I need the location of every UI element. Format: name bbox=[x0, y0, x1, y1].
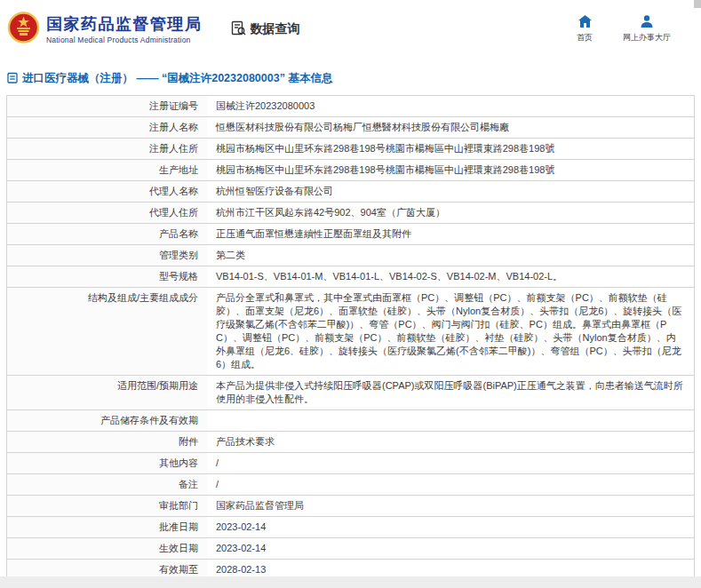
row-value: 杭州市江干区凤起东路42号902、904室（广茵大厦） bbox=[207, 203, 694, 223]
row-label: 生产地址 bbox=[7, 160, 207, 180]
row-value: 第二类 bbox=[207, 245, 694, 266]
form-icon bbox=[7, 72, 18, 86]
table-row: 附件产品技术要求 bbox=[7, 432, 694, 453]
top-header: 国家药品监督管理局 National Medical Products Admi… bbox=[0, 0, 701, 57]
row-label: 审批部门 bbox=[7, 496, 207, 516]
org-name-en: National Medical Products Administration bbox=[46, 36, 203, 44]
row-label: 适用范围/预期用途 bbox=[7, 376, 207, 409]
table-row: 备注/ bbox=[7, 474, 694, 496]
row-value: 产品技术要求 bbox=[207, 432, 694, 452]
nmpa-emblem-icon bbox=[7, 10, 40, 50]
row-value: VB14-01-S、VB14-01-M、VB14-01-L、VB14-02-S、… bbox=[207, 266, 694, 287]
data-query-icon bbox=[231, 20, 246, 38]
row-value: / bbox=[207, 453, 694, 473]
nav-service-hall[interactable]: 网上办事大厅 bbox=[623, 15, 671, 44]
brand-text: 国家药品监督管理局 National Medical Products Admi… bbox=[46, 14, 203, 44]
row-label: 其他内容 bbox=[7, 453, 207, 473]
table-row: 生效日期2023-02-14 bbox=[7, 538, 694, 560]
page-title: 进口医疗器械（注册） —— “国械注许20232080003” 基本信息 bbox=[7, 71, 694, 86]
nav-home[interactable]: 首页 bbox=[570, 15, 600, 44]
row-label: 附件 bbox=[7, 432, 207, 452]
row-value: 桃园市杨梅区中山里环东路298巷198号桃園市楊梅區中山裡環東路298巷198號 bbox=[207, 139, 694, 159]
table-row: 注册证编号国械注许20232080003 bbox=[7, 96, 694, 117]
row-label: 代理人住所 bbox=[7, 203, 207, 223]
row-label: 管理类别 bbox=[7, 245, 207, 266]
table-row: 型号规格VB14-01-S、VB14-01-M、VB14-01-L、VB14-0… bbox=[7, 266, 694, 288]
person-icon bbox=[641, 15, 653, 29]
row-label: 批准日期 bbox=[7, 517, 207, 537]
brand[interactable]: 国家药品监督管理局 National Medical Products Admi… bbox=[7, 10, 203, 50]
row-label: 型号规格 bbox=[7, 266, 207, 287]
page-title-text: 进口医疗器械（注册） —— “国械注许20232080003” 基本信息 bbox=[22, 71, 332, 86]
nav-home-label: 首页 bbox=[577, 32, 593, 44]
header-nav: 首页 网上办事大厅 bbox=[570, 15, 689, 44]
row-label: 注册人住所 bbox=[7, 139, 207, 159]
table-row: 产品储存条件及有效期 bbox=[7, 410, 694, 432]
nav-service-hall-label: 网上办事大厅 bbox=[623, 32, 671, 44]
info-table: 注册证编号国械注许20232080003注册人名称恒懋医材科技股份有限公司杨梅厂… bbox=[6, 95, 695, 588]
row-value: 恒懋医材科技股份有限公司杨梅厂恒懋醫材科技股份有限公司楊梅廠 bbox=[207, 117, 694, 138]
table-row: 注册人住所桃园市杨梅区中山里环东路298巷198号桃園市楊梅區中山裡環東路298… bbox=[7, 139, 694, 160]
row-value: / bbox=[207, 474, 694, 495]
row-value: 本产品为提供非侵入式持续阳压呼吸器(CPAP)或双阳压呼吸器(BiPAP)正压通… bbox=[207, 376, 694, 409]
row-value: 正压通气面罩恒懋連續性正壓面罩组及其附件 bbox=[207, 224, 694, 244]
table-row: 管理类别第二类 bbox=[7, 245, 694, 266]
row-label: 产品储存条件及有效期 bbox=[7, 410, 207, 431]
table-row: 其他内容/ bbox=[7, 453, 694, 474]
row-value: 国械注许20232080003 bbox=[207, 96, 694, 116]
row-value: 产品分全罩式和鼻罩式，其中全罩式由面罩框（PC）、调整钮（PC）、前额支架（PC… bbox=[207, 288, 694, 375]
table-row: 审批部门国家药品监督管理局 bbox=[7, 496, 694, 517]
row-value: 2023-02-14 bbox=[207, 517, 694, 537]
scrollbar-thumb[interactable] bbox=[694, 0, 701, 8]
row-label: 备注 bbox=[7, 474, 207, 495]
row-label: 生效日期 bbox=[7, 538, 207, 559]
table-row: 适用范围/预期用途本产品为提供非侵入式持续阳压呼吸器(CPAP)或双阳压呼吸器(… bbox=[7, 376, 694, 410]
bottom-strip bbox=[0, 576, 701, 588]
row-value bbox=[207, 410, 694, 431]
nav-data-query[interactable]: 数据查询 bbox=[231, 20, 300, 38]
row-value: 2023-02-14 bbox=[207, 538, 694, 559]
data-query-label: 数据查询 bbox=[251, 21, 300, 37]
table-row: 产品名称正压通气面罩恒懋連續性正壓面罩组及其附件 bbox=[7, 224, 694, 245]
table-row: 注册人名称恒懋医材科技股份有限公司杨梅厂恒懋醫材科技股份有限公司楊梅廠 bbox=[7, 117, 694, 139]
row-value: 杭州恒智医疗设备有限公司 bbox=[207, 181, 694, 202]
row-label: 代理人名称 bbox=[7, 181, 207, 202]
home-icon bbox=[578, 15, 592, 29]
row-label: 产品名称 bbox=[7, 224, 207, 244]
row-label: 注册人名称 bbox=[7, 117, 207, 138]
table-row: 代理人住所杭州市江干区凤起东路42号902、904室（广茵大厦） bbox=[7, 203, 694, 224]
table-row: 生产地址桃园市杨梅区中山里环东路298巷198号桃園市楊梅區中山裡環東路298巷… bbox=[7, 160, 694, 181]
page: 国家药品监督管理局 National Medical Products Admi… bbox=[0, 0, 701, 588]
row-value: 国家药品监督管理局 bbox=[207, 496, 694, 516]
org-name-cn: 国家药品监督管理局 bbox=[46, 14, 203, 34]
table-row: 代理人名称杭州恒智医疗设备有限公司 bbox=[7, 181, 694, 203]
row-label: 结构及组成/主要组成成分 bbox=[7, 288, 207, 375]
table-row: 结构及组成/主要组成成分产品分全罩式和鼻罩式，其中全罩式由面罩框（PC）、调整钮… bbox=[7, 288, 694, 376]
row-label: 注册证编号 bbox=[7, 96, 207, 116]
row-value: 桃园市杨梅区中山里环东路298巷198号桃園市楊梅區中山裡環東路298巷198號 bbox=[207, 160, 694, 180]
table-row: 批准日期2023-02-14 bbox=[7, 517, 694, 538]
